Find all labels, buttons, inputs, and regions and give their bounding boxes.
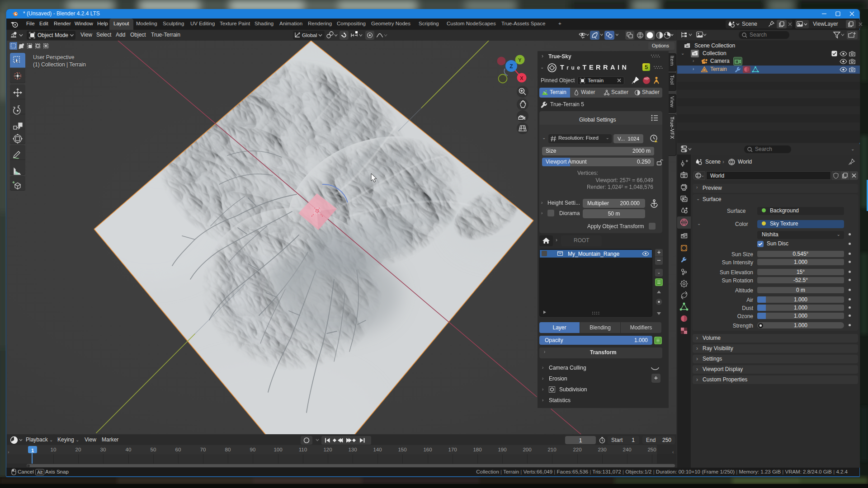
svg-text:Z: Z bbox=[509, 63, 513, 70]
svg-text:X: X bbox=[520, 75, 524, 81]
svg-text:Y: Y bbox=[518, 57, 522, 63]
svg-text:Global: Global bbox=[302, 33, 317, 38]
